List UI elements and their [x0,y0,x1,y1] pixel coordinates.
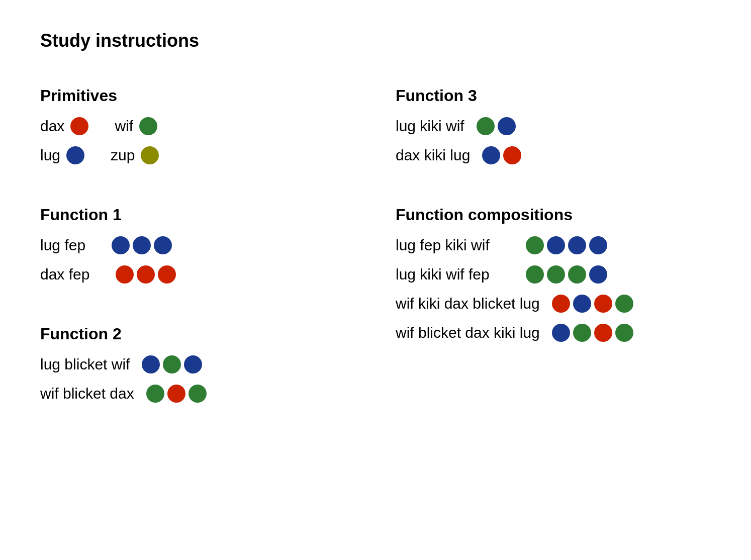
comp-lug-kiki-wif-fep-label: lug kiki wif fep [396,266,490,283]
function3-title: Function 3 [396,86,711,105]
dot-green [146,385,164,403]
primitives-row-1: dax wif [40,117,345,135]
comp-wif-kiki-dax-blicket-lug-label: wif kiki dax blicket lug [396,295,540,312]
comp-lug-fep-kiki-wif-label: lug fep kiki wif [396,237,490,254]
function2-row-1: lug blicket wif [40,355,345,374]
comp-wif-blicket-dax-kiki-lug-label: wif blicket dax kiki lug [396,324,540,341]
page-title: Study instructions [40,30,711,51]
comp-wif-blicket-dax-kiki-lug-dots [552,324,633,342]
dot-blue [184,355,202,374]
dot-red [167,385,185,403]
function3-lug-kiki-wif-dots [477,117,516,135]
function1-lug-fep-dots [112,236,172,254]
primitives-lug-label: lug [40,147,60,164]
function2-lug-blicket-wif-dots [142,355,202,374]
comp-lug-fep-kiki-wif-dots [526,236,607,254]
dot-green [526,236,544,254]
dot-blue [547,236,565,254]
dot-red [158,265,176,284]
function3-dax-kiki-lug-label: dax kiki lug [396,147,470,164]
dot-blue [482,146,500,164]
dot-green [163,355,181,374]
dot-blue [112,236,130,254]
section-function1: Function 1 lug fep dax fep [40,196,345,315]
dot-green [615,324,633,342]
function2-wif-blicket-dax-label: wif blicket dax [40,385,134,402]
section-primitives: Primitives dax wif lug zup [40,76,345,196]
dot-blue [142,355,160,374]
function-compositions-title: Function compositions [396,206,711,224]
function3-lug-kiki-wif-label: lug kiki wif [396,118,464,135]
primitives-dax-dots [70,117,88,135]
dot-blue [552,324,570,342]
function2-row-2: wif blicket dax [40,385,345,403]
section-function2: Function 2 lug blicket wif wif blicket d… [40,315,345,434]
primitives-lug-dots [66,146,84,164]
function3-dax-kiki-lug-dots [482,146,521,164]
function1-dax-fep-dots [116,265,176,284]
dot-green [615,295,633,313]
section-function3: Function 3 lug kiki wif dax kiki lug [396,76,711,196]
dot-green [477,117,495,135]
primitives-zup-label: zup [111,147,135,164]
primitives-wif-label: wif [115,118,133,135]
dot-blue [66,146,84,164]
compositions-row-1: lug fep kiki wif [396,236,711,254]
dot-red [116,265,134,284]
primitives-title: Primitives [40,86,345,105]
primitives-row-2: lug zup [40,146,345,164]
primitives-wif-dots [139,117,157,135]
dot-olive [141,146,159,164]
dot-blue [568,236,586,254]
dot-red [552,295,570,313]
dot-blue [154,236,172,254]
function1-dax-fep-label: dax fep [40,266,89,283]
function3-row-1: lug kiki wif [396,117,711,135]
compositions-row-2: lug kiki wif fep [396,265,711,284]
dot-green [526,265,544,284]
dot-green [573,324,591,342]
function2-title: Function 2 [40,325,345,343]
dot-red [594,295,612,313]
dot-green [568,265,586,284]
section-function-compositions: Function compositions lug fep kiki wif l… [396,196,711,373]
dot-green [139,117,157,135]
function1-row-2: dax fep [40,265,345,284]
dot-green [547,265,565,284]
comp-lug-kiki-wif-fep-dots [526,265,607,284]
dot-green [189,385,207,403]
dot-blue [573,295,591,313]
primitives-zup-dots [141,146,159,164]
function1-lug-fep-label: lug fep [40,237,85,254]
dot-red [137,265,155,284]
function1-title: Function 1 [40,206,345,224]
dot-blue [589,236,607,254]
compositions-row-4: wif blicket dax kiki lug [396,324,711,342]
compositions-row-3: wif kiki dax blicket lug [396,295,711,313]
comp-wif-kiki-dax-blicket-lug-dots [552,295,633,313]
dot-blue [498,117,516,135]
function3-row-2: dax kiki lug [396,146,711,164]
function2-wif-blicket-dax-dots [146,385,207,403]
function2-lug-blicket-wif-label: lug blicket wif [40,356,130,373]
function1-row-1: lug fep [40,236,345,254]
dot-red [70,117,88,135]
dot-blue [589,265,607,284]
dot-blue [133,236,151,254]
dot-red [503,146,521,164]
dot-red [594,324,612,342]
primitives-dax-label: dax [40,118,64,135]
